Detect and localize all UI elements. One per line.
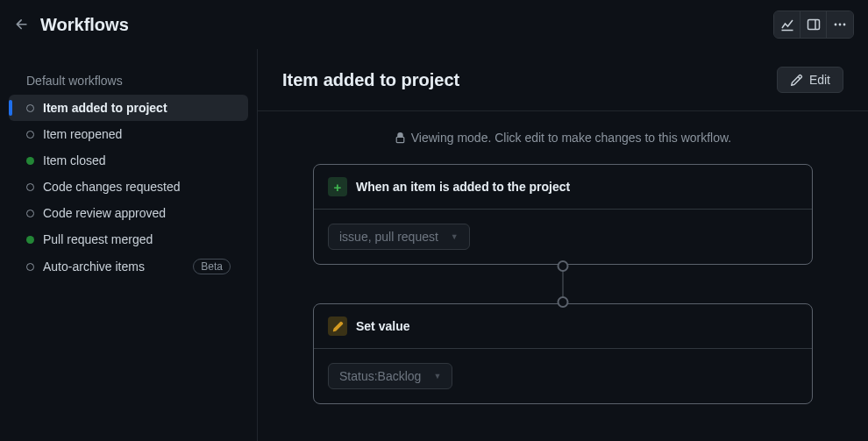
toolbar-group [773, 11, 854, 39]
status-dot-on-icon [26, 236, 34, 244]
sidebar-item-label: Auto-archive items [43, 260, 184, 274]
sidebar-icon [807, 18, 821, 32]
sidebar-section-label: Default workflows [9, 67, 248, 95]
sidebar-item-auto-archive-items[interactable]: Auto-archive items Beta [9, 253, 248, 281]
trigger-card-body: issue, pull request ▼ [314, 210, 812, 264]
sidebar-item-label: Code changes requested [43, 180, 231, 194]
status-dot-off-icon [26, 104, 34, 112]
caret-down-icon: ▼ [433, 372, 441, 381]
beta-badge: Beta [193, 259, 231, 274]
action-title: Set value [356, 319, 409, 333]
sidebar: Default workflows Item added to project … [0, 49, 258, 441]
svg-rect-0 [808, 20, 819, 30]
svg-point-3 [839, 24, 842, 26]
workflow-cards: + When an item is added to the project i… [258, 164, 868, 404]
sidebar-item-item-added-to-project[interactable]: Item added to project [9, 95, 248, 121]
graph-icon [780, 18, 794, 32]
sidebar-item-item-closed[interactable]: Item closed [9, 147, 248, 174]
header-left: Workflows [14, 15, 129, 35]
sidebar-item-pull-request-merged[interactable]: Pull request merged [9, 226, 248, 253]
status-dot-off-icon [26, 210, 34, 217]
status-dot-off-icon [26, 131, 34, 139]
connector-line [562, 265, 564, 303]
app-header: Workflows [0, 0, 868, 49]
viewing-mode-notice: Viewing mode. Click edit to make changes… [258, 111, 868, 164]
sidebar-item-label: Item closed [43, 153, 231, 167]
workflow-title: Item added to project [282, 70, 459, 90]
viewing-mode-text: Viewing mode. Click edit to make changes… [411, 131, 731, 145]
sidebar-item-label: Pull request merged [43, 232, 231, 246]
lock-icon [395, 132, 406, 144]
main-content: Item added to project Edit Viewing mode.… [258, 49, 868, 441]
pencil-icon [790, 74, 803, 87]
sidebar-item-label: Item added to project [43, 101, 231, 115]
sidebar-item-label: Item reopened [43, 127, 231, 141]
action-pill-label: Status:Backlog [339, 369, 421, 383]
back-button[interactable] [14, 17, 30, 32]
trigger-title: When an item is added to the project [356, 180, 570, 194]
arrow-left-icon [14, 17, 30, 32]
sidebar-item-label: Code review approved [43, 206, 231, 220]
plus-icon: + [328, 177, 347, 196]
sidebar-item-code-changes-requested[interactable]: Code changes requested [9, 174, 248, 200]
pencil-icon [328, 317, 347, 336]
svg-point-4 [843, 24, 846, 26]
trigger-filter-pill[interactable]: issue, pull request ▼ [328, 224, 470, 250]
action-card-header: Set value [314, 304, 812, 349]
more-button[interactable] [827, 11, 853, 38]
edit-button[interactable]: Edit [777, 67, 843, 93]
action-card-body: Status:Backlog ▼ [314, 349, 812, 403]
action-value-pill[interactable]: Status:Backlog ▼ [328, 363, 452, 389]
status-dot-off-icon [26, 183, 34, 191]
svg-point-2 [835, 24, 837, 26]
trigger-card: + When an item is added to the project i… [313, 164, 813, 265]
status-dot-off-icon [26, 263, 34, 271]
kebab-icon [833, 18, 847, 32]
action-card: Set value Status:Backlog ▼ [313, 303, 813, 404]
panel-button[interactable] [800, 11, 827, 38]
page-title: Workflows [40, 15, 129, 35]
main-header: Item added to project Edit [258, 49, 868, 111]
header-right [773, 11, 854, 39]
insights-button[interactable] [774, 11, 800, 38]
status-dot-on-icon [26, 157, 34, 165]
caret-down-icon: ▼ [451, 232, 459, 241]
trigger-pill-label: issue, pull request [339, 230, 438, 244]
edit-button-label: Edit [809, 73, 830, 87]
sidebar-item-code-review-approved[interactable]: Code review approved [9, 200, 248, 226]
trigger-card-header: + When an item is added to the project [314, 165, 812, 210]
body: Default workflows Item added to project … [0, 49, 868, 441]
sidebar-item-item-reopened[interactable]: Item reopened [9, 121, 248, 147]
